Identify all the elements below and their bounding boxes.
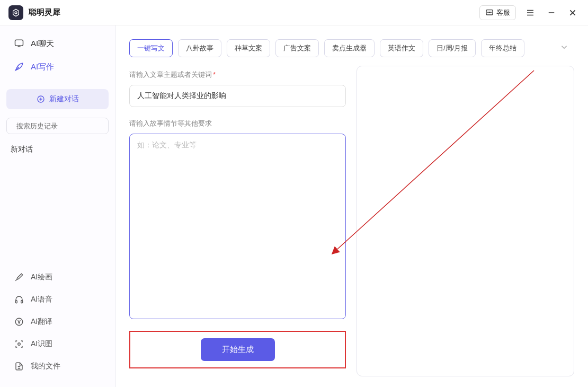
sidebar-item-write[interactable]: AI写作 — [6, 56, 109, 77]
menu-button[interactable] — [523, 6, 537, 20]
minimize-button[interactable] — [545, 6, 558, 20]
titlebar: 聪明灵犀 客服 — [0, 0, 588, 25]
sidebar-item-image[interactable]: AI识图 — [6, 334, 109, 354]
sidebar-item-label: AI写作 — [31, 62, 54, 72]
support-icon — [485, 8, 494, 17]
new-chat-button[interactable]: 新建对话 — [6, 89, 109, 109]
tab-report[interactable]: 日/周/月报 — [429, 39, 476, 57]
search-input[interactable] — [16, 122, 105, 130]
sidebar-item-draw[interactable]: AI绘画 — [6, 267, 109, 287]
sidebar-item-label: AI聊天 — [31, 39, 54, 49]
svg-rect-19 — [21, 301, 23, 303]
sidebar: AI聊天 AI写作 新建对话 新对话 — [0, 25, 115, 387]
app-logo — [8, 5, 23, 20]
topic-label: 请输入文章主题或者关键词* — [129, 70, 346, 80]
svg-point-1 — [15, 12, 17, 14]
sidebar-item-files[interactable]: 我的文件 — [6, 356, 109, 376]
tab-gossip-story[interactable]: 八卦故事 — [178, 39, 221, 57]
tab-selling-point[interactable]: 卖点生成器 — [324, 39, 375, 57]
main-content: 一键写文 八卦故事 种草文案 广告文案 卖点生成器 英语作文 日/周/月报 年终… — [115, 25, 588, 387]
plus-circle-icon — [37, 95, 45, 103]
svg-point-4 — [489, 12, 489, 12]
tab-english-essay[interactable]: 英语作文 — [380, 39, 423, 57]
svg-point-3 — [488, 12, 488, 12]
chevron-down-icon — [559, 42, 569, 52]
tabs-expand-button[interactable] — [554, 39, 574, 57]
sidebar-item-chat[interactable]: AI聊天 — [6, 33, 109, 54]
quill-icon — [14, 61, 24, 72]
tab-oneclick-write[interactable]: 一键写文 — [129, 39, 173, 57]
sidebar-item-translate[interactable]: AI翻译 — [6, 312, 109, 332]
history-item[interactable]: 新对话 — [0, 139, 115, 160]
sidebar-item-label: AI语音 — [31, 295, 52, 304]
app-title: 聪明灵犀 — [29, 7, 60, 17]
output-panel — [357, 66, 574, 376]
headphones-icon — [14, 294, 24, 305]
svg-point-21 — [18, 343, 21, 346]
tab-year-summary[interactable]: 年终总结 — [481, 39, 524, 57]
file-icon — [14, 361, 24, 372]
generate-button[interactable]: 开始生成 — [201, 338, 275, 361]
close-button[interactable] — [566, 6, 580, 20]
svg-rect-18 — [15, 301, 17, 303]
tabs-row: 一键写文 八卦故事 种草文案 广告文案 卖点生成器 英语作文 日/周/月报 年终… — [115, 25, 588, 66]
generate-highlight-box: 开始生成 — [129, 331, 346, 368]
image-scan-icon — [14, 339, 24, 349]
detail-textarea[interactable] — [129, 134, 346, 319]
detail-label: 请输入故事情节等其他要求 — [129, 119, 346, 128]
translate-icon — [14, 316, 24, 327]
brush-icon — [14, 272, 24, 283]
sidebar-item-label: 我的文件 — [31, 362, 60, 371]
support-button[interactable]: 客服 — [479, 5, 516, 20]
sidebar-item-label: AI绘画 — [31, 272, 52, 282]
support-label: 客服 — [496, 8, 510, 17]
form-column: 请输入文章主题或者关键词* 请输入故事情节等其他要求 开始生成 — [129, 66, 346, 376]
tab-seed-copy[interactable]: 种草文案 — [227, 39, 270, 57]
svg-marker-0 — [13, 9, 19, 16]
sidebar-item-voice[interactable]: AI语音 — [6, 289, 109, 310]
topic-input[interactable] — [129, 85, 346, 107]
sidebar-item-label: AI识图 — [31, 339, 52, 349]
tab-ad-copy[interactable]: 广告文案 — [275, 39, 319, 57]
chat-icon — [14, 38, 24, 49]
search-box[interactable] — [6, 118, 109, 134]
new-chat-label: 新建对话 — [49, 94, 79, 104]
svg-point-5 — [491, 12, 491, 12]
sidebar-item-label: AI翻译 — [31, 317, 52, 327]
svg-rect-12 — [15, 40, 23, 46]
